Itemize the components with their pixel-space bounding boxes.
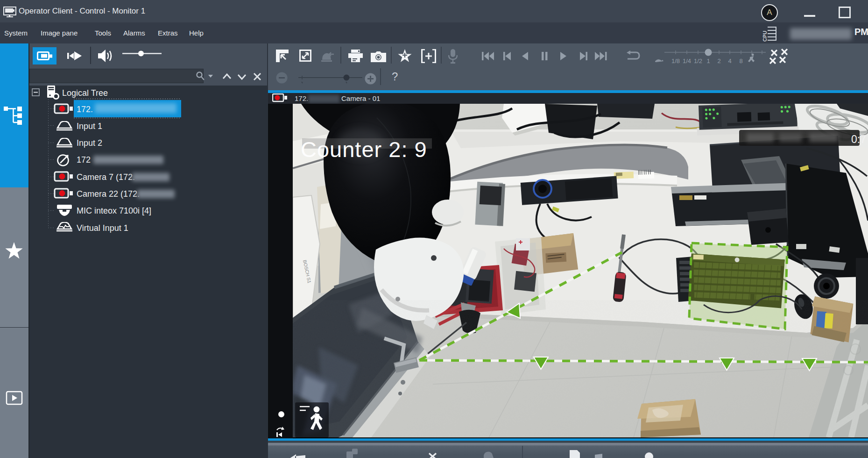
svg-text:2: 2 (717, 57, 720, 64)
svg-text:1/4: 1/4 (683, 57, 691, 64)
svg-text:CPU: CPU (762, 31, 768, 42)
svg-text:8: 8 (739, 57, 742, 64)
svg-text:Counter 2: 9: Counter 2: 9 (301, 137, 427, 162)
svg-text:1/8: 1/8 (671, 57, 680, 64)
svg-text:1: 1 (706, 57, 710, 64)
svg-text:4: 4 (728, 57, 731, 64)
svg-text:1/2: 1/2 (694, 57, 702, 64)
svg-text:0:7: 0:7 (851, 133, 866, 145)
